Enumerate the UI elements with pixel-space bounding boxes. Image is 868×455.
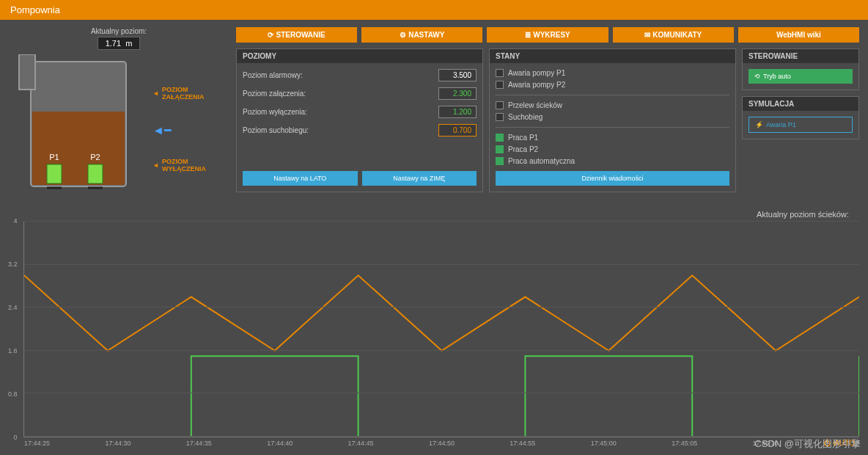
watermark: CSDN @可视化图形引擎 bbox=[754, 437, 861, 451]
status-lamp-icon bbox=[496, 145, 504, 153]
app-title: Pompownia bbox=[0, 0, 868, 20]
panel-sterowanie: STEROWANIE ⟲Tryb auto bbox=[742, 48, 859, 90]
btn-awaria-p1[interactable]: ⚡Awaria P1 bbox=[749, 117, 853, 133]
tab-wykresy[interactable]: ≣WYKRESY bbox=[487, 27, 608, 43]
tab-bar: ⟳STEROWANIE ⚙NASTAWY ≣WYKRESY ✉KOMUNIKAT… bbox=[236, 27, 859, 43]
chart-area: Aktualny poziom ścieków: 43.22.41.60.80 … bbox=[0, 204, 868, 455]
panel-header: POZIOMY bbox=[237, 49, 482, 63]
alarm-value[interactable]: 3.500 bbox=[438, 69, 477, 81]
btn-tryb-auto[interactable]: ⟲Tryb auto bbox=[749, 69, 853, 84]
status-label: Praca P2 bbox=[508, 145, 538, 153]
status-item: Praca P1 bbox=[496, 134, 729, 142]
gear-icon: ⚙ bbox=[400, 31, 406, 39]
panel-header: STEROWANIE bbox=[743, 49, 858, 63]
chart-title: Aktualny poziom ścieków: bbox=[757, 210, 849, 219]
flow-arrow-icon: ◄━ bbox=[152, 123, 206, 137]
panel-symulacja: SYMULACJA ⚡Awaria P1 bbox=[742, 96, 859, 139]
tab-wiki[interactable]: WebHMI wiki bbox=[738, 27, 859, 43]
status-lamp-icon bbox=[496, 113, 504, 121]
status-lamp-icon bbox=[496, 134, 504, 142]
chart-icon: ≣ bbox=[525, 31, 531, 39]
level-on-marker: ◄ POZIOM ZAŁĄCZENIA bbox=[152, 87, 206, 101]
status-item: Praca P2 bbox=[496, 145, 729, 153]
status-item: Przelew ścieków bbox=[496, 101, 729, 109]
sync-icon: ⟲ bbox=[754, 73, 760, 80]
btn-dziennik[interactable]: Dziennik wiadomości bbox=[496, 171, 729, 186]
off-label: Poziom wyłączenia: bbox=[243, 108, 307, 116]
level-off-marker: ◄ POZIOM WYŁĄCZENIA bbox=[152, 159, 206, 173]
panel-stany: STANY Awaria pompy P1Awaria pompy P2Prze… bbox=[489, 48, 736, 192]
dry-value[interactable]: 0.700 bbox=[438, 124, 477, 136]
svg-text:P2: P2 bbox=[90, 153, 100, 161]
tank-panel: Aktualny poziom: 1.71 m P1 bbox=[9, 27, 229, 201]
status-item: Awaria pompy P2 bbox=[496, 81, 729, 89]
tank-level-label: Aktualny poziom: bbox=[9, 27, 229, 35]
status-lamp-icon bbox=[496, 101, 504, 109]
svg-rect-2 bbox=[32, 112, 125, 185]
status-label: Awaria pompy P1 bbox=[508, 69, 565, 77]
btn-nastawy-zime[interactable]: Nastawy na ZIMĘ bbox=[362, 171, 477, 186]
panel-header: STANY bbox=[490, 49, 735, 63]
tab-sterowanie[interactable]: ⟳STEROWANIE bbox=[236, 27, 357, 43]
svg-text:P1: P1 bbox=[49, 153, 59, 161]
status-label: Przelew ścieków bbox=[508, 101, 562, 109]
on-value[interactable]: 2.300 bbox=[438, 87, 477, 100]
tab-nastawy[interactable]: ⚙NASTAWY bbox=[361, 27, 482, 43]
svg-rect-6 bbox=[88, 164, 103, 183]
status-item: Awaria pompy P1 bbox=[496, 69, 729, 77]
off-value[interactable]: 1.200 bbox=[438, 106, 477, 118]
status-lamp-icon bbox=[496, 81, 504, 89]
status-lamp-icon bbox=[496, 157, 504, 165]
arrow-left-icon: ◄ bbox=[152, 90, 159, 98]
status-label: Praca automatyczna bbox=[508, 157, 575, 165]
bolt-icon: ⚡ bbox=[755, 121, 763, 128]
panel-poziomy: POZIOMY Poziom alarmowy: 3.500 Poziom za… bbox=[236, 48, 483, 192]
on-label: Poziom załączenia: bbox=[243, 90, 306, 98]
tank-level-value: 1.71 m bbox=[98, 37, 141, 50]
mail-icon: ✉ bbox=[644, 31, 650, 39]
line-chart: 43.22.41.60.80 17:44:2517:44:3017:44:351… bbox=[23, 222, 859, 437]
status-label: Suchobieg bbox=[508, 113, 542, 121]
status-lamp-icon bbox=[496, 69, 504, 77]
refresh-icon: ⟳ bbox=[268, 31, 273, 39]
tank-diagram: P1 P2 bbox=[9, 54, 148, 201]
dry-label: Poziom suchobiegu: bbox=[243, 126, 309, 134]
svg-rect-3 bbox=[47, 164, 62, 183]
tab-komunikaty[interactable]: ✉KOMUNIKATY bbox=[613, 27, 734, 43]
arrow-left-icon: ◄ bbox=[152, 162, 159, 170]
status-item: Praca automatyczna bbox=[496, 157, 729, 165]
status-item: Suchobieg bbox=[496, 113, 729, 121]
svg-rect-1 bbox=[19, 54, 35, 90]
btn-nastawy-lato[interactable]: Nastawy na LATO bbox=[243, 171, 358, 186]
panel-header: SYMULACJA bbox=[743, 97, 858, 111]
status-label: Awaria pompy P2 bbox=[508, 81, 565, 89]
status-label: Praca P1 bbox=[508, 134, 538, 142]
alarm-label: Poziom alarmowy: bbox=[243, 71, 303, 79]
